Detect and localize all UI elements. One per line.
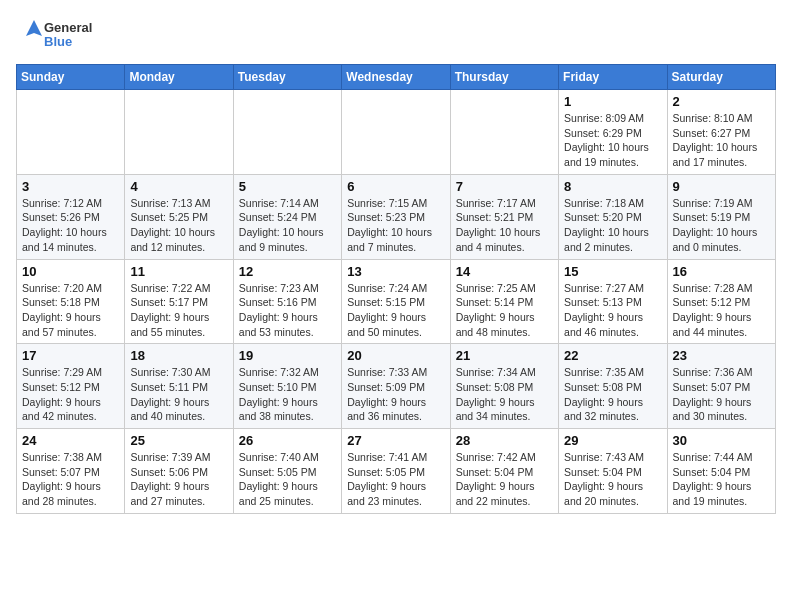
- day-number: 17: [22, 348, 119, 363]
- day-info: Sunrise: 7:27 AMSunset: 5:13 PMDaylight:…: [564, 281, 661, 340]
- day-number: 12: [239, 264, 336, 279]
- day-number: 24: [22, 433, 119, 448]
- calendar-cell: 3Sunrise: 7:12 AMSunset: 5:26 PMDaylight…: [17, 174, 125, 259]
- calendar-cell: 13Sunrise: 7:24 AMSunset: 5:15 PMDayligh…: [342, 259, 450, 344]
- weekday-header-wednesday: Wednesday: [342, 65, 450, 90]
- calendar-cell: 25Sunrise: 7:39 AMSunset: 5:06 PMDayligh…: [125, 429, 233, 514]
- day-info: Sunrise: 7:43 AMSunset: 5:04 PMDaylight:…: [564, 450, 661, 509]
- day-number: 27: [347, 433, 444, 448]
- day-number: 4: [130, 179, 227, 194]
- day-number: 5: [239, 179, 336, 194]
- calendar-cell: 5Sunrise: 7:14 AMSunset: 5:24 PMDaylight…: [233, 174, 341, 259]
- day-info: Sunrise: 7:23 AMSunset: 5:16 PMDaylight:…: [239, 281, 336, 340]
- day-number: 19: [239, 348, 336, 363]
- calendar-week-0: 1Sunrise: 8:09 AMSunset: 6:29 PMDaylight…: [17, 90, 776, 175]
- day-info: Sunrise: 7:12 AMSunset: 5:26 PMDaylight:…: [22, 196, 119, 255]
- calendar-cell: 30Sunrise: 7:44 AMSunset: 5:04 PMDayligh…: [667, 429, 775, 514]
- day-info: Sunrise: 7:15 AMSunset: 5:23 PMDaylight:…: [347, 196, 444, 255]
- day-number: 29: [564, 433, 661, 448]
- calendar-cell: 9Sunrise: 7:19 AMSunset: 5:19 PMDaylight…: [667, 174, 775, 259]
- day-info: Sunrise: 7:42 AMSunset: 5:04 PMDaylight:…: [456, 450, 553, 509]
- logo-svg: GeneralBlue: [16, 16, 106, 56]
- weekday-header-sunday: Sunday: [17, 65, 125, 90]
- day-info: Sunrise: 7:36 AMSunset: 5:07 PMDaylight:…: [673, 365, 770, 424]
- calendar-week-2: 10Sunrise: 7:20 AMSunset: 5:18 PMDayligh…: [17, 259, 776, 344]
- calendar-body: 1Sunrise: 8:09 AMSunset: 6:29 PMDaylight…: [17, 90, 776, 514]
- day-info: Sunrise: 7:40 AMSunset: 5:05 PMDaylight:…: [239, 450, 336, 509]
- weekday-header-saturday: Saturday: [667, 65, 775, 90]
- day-number: 2: [673, 94, 770, 109]
- calendar-cell: 10Sunrise: 7:20 AMSunset: 5:18 PMDayligh…: [17, 259, 125, 344]
- calendar-cell: 2Sunrise: 8:10 AMSunset: 6:27 PMDaylight…: [667, 90, 775, 175]
- calendar-cell: 27Sunrise: 7:41 AMSunset: 5:05 PMDayligh…: [342, 429, 450, 514]
- day-number: 25: [130, 433, 227, 448]
- day-info: Sunrise: 7:19 AMSunset: 5:19 PMDaylight:…: [673, 196, 770, 255]
- day-info: Sunrise: 7:29 AMSunset: 5:12 PMDaylight:…: [22, 365, 119, 424]
- calendar-cell: 18Sunrise: 7:30 AMSunset: 5:11 PMDayligh…: [125, 344, 233, 429]
- day-info: Sunrise: 7:34 AMSunset: 5:08 PMDaylight:…: [456, 365, 553, 424]
- weekday-header-friday: Friday: [559, 65, 667, 90]
- svg-text:General: General: [44, 20, 92, 35]
- weekday-header-thursday: Thursday: [450, 65, 558, 90]
- day-info: Sunrise: 7:18 AMSunset: 5:20 PMDaylight:…: [564, 196, 661, 255]
- day-number: 8: [564, 179, 661, 194]
- day-number: 26: [239, 433, 336, 448]
- day-number: 6: [347, 179, 444, 194]
- day-number: 13: [347, 264, 444, 279]
- day-number: 7: [456, 179, 553, 194]
- calendar-cell: 16Sunrise: 7:28 AMSunset: 5:12 PMDayligh…: [667, 259, 775, 344]
- day-number: 16: [673, 264, 770, 279]
- logo: GeneralBlue: [16, 16, 106, 56]
- calendar-cell: [342, 90, 450, 175]
- day-number: 23: [673, 348, 770, 363]
- day-info: Sunrise: 7:24 AMSunset: 5:15 PMDaylight:…: [347, 281, 444, 340]
- weekday-header-tuesday: Tuesday: [233, 65, 341, 90]
- svg-marker-2: [26, 20, 42, 36]
- day-info: Sunrise: 7:35 AMSunset: 5:08 PMDaylight:…: [564, 365, 661, 424]
- day-number: 1: [564, 94, 661, 109]
- calendar-table: SundayMondayTuesdayWednesdayThursdayFrid…: [16, 64, 776, 514]
- calendar-cell: 7Sunrise: 7:17 AMSunset: 5:21 PMDaylight…: [450, 174, 558, 259]
- day-number: 30: [673, 433, 770, 448]
- day-info: Sunrise: 7:41 AMSunset: 5:05 PMDaylight:…: [347, 450, 444, 509]
- day-number: 3: [22, 179, 119, 194]
- calendar-cell: [125, 90, 233, 175]
- day-info: Sunrise: 7:44 AMSunset: 5:04 PMDaylight:…: [673, 450, 770, 509]
- day-info: Sunrise: 7:14 AMSunset: 5:24 PMDaylight:…: [239, 196, 336, 255]
- calendar-cell: 14Sunrise: 7:25 AMSunset: 5:14 PMDayligh…: [450, 259, 558, 344]
- day-info: Sunrise: 7:17 AMSunset: 5:21 PMDaylight:…: [456, 196, 553, 255]
- calendar-cell: 12Sunrise: 7:23 AMSunset: 5:16 PMDayligh…: [233, 259, 341, 344]
- day-info: Sunrise: 7:32 AMSunset: 5:10 PMDaylight:…: [239, 365, 336, 424]
- calendar-cell: 24Sunrise: 7:38 AMSunset: 5:07 PMDayligh…: [17, 429, 125, 514]
- day-info: Sunrise: 8:09 AMSunset: 6:29 PMDaylight:…: [564, 111, 661, 170]
- svg-text:Blue: Blue: [44, 34, 72, 49]
- day-info: Sunrise: 7:13 AMSunset: 5:25 PMDaylight:…: [130, 196, 227, 255]
- calendar-cell: 11Sunrise: 7:22 AMSunset: 5:17 PMDayligh…: [125, 259, 233, 344]
- day-number: 15: [564, 264, 661, 279]
- calendar-week-4: 24Sunrise: 7:38 AMSunset: 5:07 PMDayligh…: [17, 429, 776, 514]
- day-number: 18: [130, 348, 227, 363]
- day-number: 22: [564, 348, 661, 363]
- header-section: GeneralBlue: [16, 16, 776, 56]
- calendar-cell: 6Sunrise: 7:15 AMSunset: 5:23 PMDaylight…: [342, 174, 450, 259]
- calendar-cell: 21Sunrise: 7:34 AMSunset: 5:08 PMDayligh…: [450, 344, 558, 429]
- day-number: 10: [22, 264, 119, 279]
- day-info: Sunrise: 7:22 AMSunset: 5:17 PMDaylight:…: [130, 281, 227, 340]
- day-number: 21: [456, 348, 553, 363]
- day-number: 28: [456, 433, 553, 448]
- day-info: Sunrise: 7:28 AMSunset: 5:12 PMDaylight:…: [673, 281, 770, 340]
- day-info: Sunrise: 7:38 AMSunset: 5:07 PMDaylight:…: [22, 450, 119, 509]
- weekday-header-row: SundayMondayTuesdayWednesdayThursdayFrid…: [17, 65, 776, 90]
- day-number: 9: [673, 179, 770, 194]
- calendar-cell: 20Sunrise: 7:33 AMSunset: 5:09 PMDayligh…: [342, 344, 450, 429]
- day-info: Sunrise: 8:10 AMSunset: 6:27 PMDaylight:…: [673, 111, 770, 170]
- day-number: 11: [130, 264, 227, 279]
- weekday-header-monday: Monday: [125, 65, 233, 90]
- calendar-cell: 17Sunrise: 7:29 AMSunset: 5:12 PMDayligh…: [17, 344, 125, 429]
- day-info: Sunrise: 7:33 AMSunset: 5:09 PMDaylight:…: [347, 365, 444, 424]
- calendar-cell: 19Sunrise: 7:32 AMSunset: 5:10 PMDayligh…: [233, 344, 341, 429]
- day-info: Sunrise: 7:20 AMSunset: 5:18 PMDaylight:…: [22, 281, 119, 340]
- day-info: Sunrise: 7:30 AMSunset: 5:11 PMDaylight:…: [130, 365, 227, 424]
- calendar-cell: 22Sunrise: 7:35 AMSunset: 5:08 PMDayligh…: [559, 344, 667, 429]
- calendar-cell: 8Sunrise: 7:18 AMSunset: 5:20 PMDaylight…: [559, 174, 667, 259]
